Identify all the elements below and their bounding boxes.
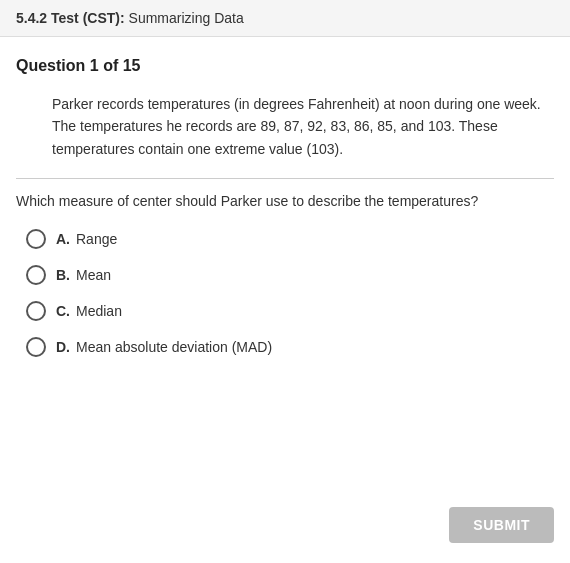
header-subtitle: Summarizing Data bbox=[129, 10, 244, 26]
question-body: Parker records temperatures (in degrees … bbox=[52, 93, 554, 160]
option-radio-0[interactable] bbox=[26, 229, 46, 249]
question-prompt: Which measure of center should Parker us… bbox=[16, 178, 554, 209]
header: 5.4.2 Test (CST): Summarizing Data bbox=[0, 0, 570, 37]
question-label: Question 1 of 15 bbox=[16, 57, 554, 75]
option-letter-1: B. bbox=[56, 267, 70, 283]
footer: SUBMIT bbox=[449, 507, 554, 543]
option-radio-3[interactable] bbox=[26, 337, 46, 357]
header-title: 5.4.2 Test (CST): bbox=[16, 10, 125, 26]
content-area: Question 1 of 15 Parker records temperat… bbox=[0, 37, 570, 381]
submit-button[interactable]: SUBMIT bbox=[449, 507, 554, 543]
option-item-3[interactable]: D.Mean absolute deviation (MAD) bbox=[26, 329, 554, 365]
option-radio-2[interactable] bbox=[26, 301, 46, 321]
option-letter-2: C. bbox=[56, 303, 70, 319]
option-text-1: Mean bbox=[76, 267, 111, 283]
option-item-0[interactable]: A.Range bbox=[26, 221, 554, 257]
option-text-3: Mean absolute deviation (MAD) bbox=[76, 339, 272, 355]
option-letter-0: A. bbox=[56, 231, 70, 247]
option-letter-3: D. bbox=[56, 339, 70, 355]
options-list: A.RangeB.MeanC.MedianD.Mean absolute dev… bbox=[26, 221, 554, 365]
option-text-0: Range bbox=[76, 231, 117, 247]
option-item-1[interactable]: B.Mean bbox=[26, 257, 554, 293]
option-text-2: Median bbox=[76, 303, 122, 319]
option-radio-1[interactable] bbox=[26, 265, 46, 285]
option-item-2[interactable]: C.Median bbox=[26, 293, 554, 329]
